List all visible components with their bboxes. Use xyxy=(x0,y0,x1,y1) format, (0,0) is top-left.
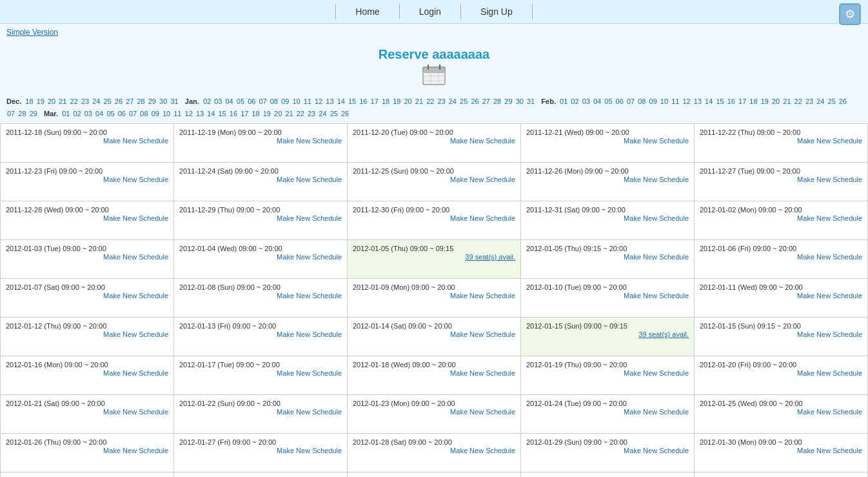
date-link[interactable]: 18 xyxy=(382,97,390,105)
make-new-schedule-link[interactable]: Make New Schedule xyxy=(526,292,689,299)
date-link[interactable]: 03 xyxy=(214,97,222,105)
date-link[interactable]: 12 xyxy=(315,97,322,105)
make-new-schedule-link[interactable]: Make New Schedule xyxy=(6,330,168,338)
date-link[interactable]: 05 xyxy=(237,97,244,105)
make-new-schedule-link[interactable]: Make New Schedule xyxy=(700,137,862,145)
make-new-schedule-link[interactable]: Make New Schedule xyxy=(700,330,862,338)
make-new-schedule-link[interactable]: Make New Schedule xyxy=(700,253,862,261)
make-new-schedule-link[interactable]: Make New Schedule xyxy=(526,253,689,261)
date-link[interactable]: 20 xyxy=(772,97,780,105)
date-link[interactable]: 11 xyxy=(304,97,311,105)
date-link[interactable]: 08 xyxy=(140,110,148,117)
date-link[interactable]: 07 xyxy=(129,110,137,117)
date-link[interactable]: 15 xyxy=(716,97,724,105)
make-new-schedule-link[interactable]: Make New Schedule xyxy=(179,176,342,183)
make-new-schedule-link[interactable]: Make New Schedule xyxy=(526,447,689,454)
date-link[interactable]: 23 xyxy=(437,97,445,105)
date-link[interactable]: 23 xyxy=(81,97,89,105)
date-link[interactable]: 25 xyxy=(104,97,112,105)
date-link[interactable]: 09 xyxy=(649,97,657,105)
date-link[interactable]: 31 xyxy=(170,97,178,105)
date-link[interactable]: 06 xyxy=(118,110,126,117)
make-new-schedule-link[interactable]: Make New Schedule xyxy=(6,137,168,145)
date-link[interactable]: 14 xyxy=(207,110,215,117)
make-new-schedule-link[interactable]: Make New Schedule xyxy=(526,369,689,377)
date-link[interactable]: 30 xyxy=(516,97,524,105)
date-link[interactable]: 09 xyxy=(152,110,159,117)
make-new-schedule-link[interactable]: Make New Schedule xyxy=(700,447,862,454)
make-new-schedule-link[interactable]: Make New Schedule xyxy=(179,330,342,338)
date-link[interactable]: 25 xyxy=(330,110,338,117)
date-link[interactable]: 10 xyxy=(163,110,170,117)
date-link[interactable]: 26 xyxy=(839,97,847,105)
make-new-schedule-link[interactable]: Make New Schedule xyxy=(179,369,342,377)
date-link[interactable]: 19 xyxy=(761,97,769,105)
make-new-schedule-link[interactable]: Make New Schedule xyxy=(353,408,515,416)
date-link[interactable]: 22 xyxy=(426,97,434,105)
simple-version-link[interactable]: Simple Version xyxy=(6,28,58,37)
make-new-schedule-link[interactable]: Make New Schedule xyxy=(353,369,515,377)
date-link[interactable]: 24 xyxy=(816,97,824,105)
date-link[interactable]: 24 xyxy=(449,97,457,105)
date-link[interactable]: 27 xyxy=(126,97,133,105)
date-link[interactable]: 27 xyxy=(482,97,490,105)
date-link[interactable]: 10 xyxy=(660,97,668,105)
date-link[interactable]: 26 xyxy=(471,97,478,105)
date-link[interactable]: 25 xyxy=(460,97,468,105)
date-link[interactable]: 30 xyxy=(159,97,167,105)
date-link[interactable]: 24 xyxy=(92,97,100,105)
make-new-schedule-link[interactable]: Make New Schedule xyxy=(700,292,862,299)
date-link[interactable]: 19 xyxy=(37,97,44,105)
date-link[interactable]: 15 xyxy=(348,97,356,105)
date-link[interactable]: 16 xyxy=(727,97,735,105)
make-new-schedule-link[interactable]: Make New Schedule xyxy=(6,214,168,222)
date-link[interactable]: 18 xyxy=(25,97,33,105)
date-link[interactable]: 19 xyxy=(393,97,400,105)
date-link[interactable]: 21 xyxy=(415,97,423,105)
date-link[interactable]: 19 xyxy=(263,110,271,117)
make-new-schedule-link[interactable]: Make New Schedule xyxy=(526,137,689,145)
date-link[interactable]: 16 xyxy=(230,110,237,117)
date-link[interactable]: 26 xyxy=(115,97,123,105)
date-link[interactable]: 28 xyxy=(18,110,26,117)
make-new-schedule-link[interactable]: Make New Schedule xyxy=(6,292,168,299)
make-new-schedule-link[interactable]: Make New Schedule xyxy=(700,176,862,183)
seats-available-link[interactable]: 39 seat(s) avail. xyxy=(353,253,515,261)
make-new-schedule-link[interactable]: Make New Schedule xyxy=(179,253,342,261)
make-new-schedule-link[interactable]: Make New Schedule xyxy=(353,330,515,338)
date-link[interactable]: 05 xyxy=(604,97,612,105)
date-link[interactable]: 28 xyxy=(137,97,144,105)
make-new-schedule-link[interactable]: Make New Schedule xyxy=(353,292,515,299)
date-link[interactable]: 20 xyxy=(274,110,282,117)
make-new-schedule-link[interactable]: Make New Schedule xyxy=(526,214,689,222)
date-link[interactable]: 13 xyxy=(694,97,702,105)
make-new-schedule-link[interactable]: Make New Schedule xyxy=(700,408,862,416)
date-link[interactable]: 13 xyxy=(326,97,333,105)
seats-available-link[interactable]: 39 seat(s) avail. xyxy=(526,330,689,338)
date-link[interactable]: 13 xyxy=(196,110,204,117)
date-link[interactable]: 15 xyxy=(219,110,226,117)
make-new-schedule-link[interactable]: Make New Schedule xyxy=(353,176,515,183)
date-link[interactable]: 29 xyxy=(148,97,156,105)
date-link[interactable]: 10 xyxy=(292,97,300,105)
date-link[interactable]: 07 xyxy=(7,110,15,117)
date-link[interactable]: 17 xyxy=(371,97,379,105)
date-link[interactable]: 25 xyxy=(828,97,836,105)
make-new-schedule-link[interactable]: Make New Schedule xyxy=(700,369,862,377)
make-new-schedule-link[interactable]: Make New Schedule xyxy=(179,214,342,222)
date-link[interactable]: 03 xyxy=(582,97,590,105)
date-link[interactable]: 11 xyxy=(173,110,181,117)
nav-home[interactable]: Home xyxy=(335,4,399,19)
date-link[interactable]: 11 xyxy=(671,97,679,105)
date-link[interactable]: 20 xyxy=(404,97,412,105)
make-new-schedule-link[interactable]: Make New Schedule xyxy=(353,214,515,222)
date-link[interactable]: 21 xyxy=(783,97,791,105)
make-new-schedule-link[interactable]: Make New Schedule xyxy=(353,137,515,145)
date-link[interactable]: 14 xyxy=(337,97,345,105)
date-link[interactable]: 12 xyxy=(185,110,193,117)
make-new-schedule-link[interactable]: Make New Schedule xyxy=(179,137,342,145)
date-link[interactable]: 08 xyxy=(638,97,646,105)
date-link[interactable]: 07 xyxy=(627,97,635,105)
date-link[interactable]: 01 xyxy=(560,97,567,105)
date-link[interactable]: 21 xyxy=(285,110,293,117)
